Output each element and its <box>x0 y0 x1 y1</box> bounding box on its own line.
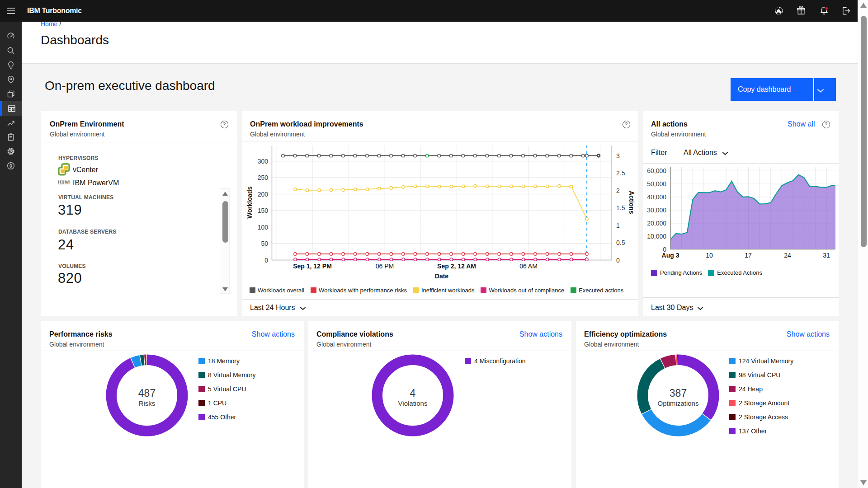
svg-text:Sep 2, 12 AM: Sep 2, 12 AM <box>437 263 476 270</box>
svg-text:250: 250 <box>258 174 269 181</box>
svg-text:50,000: 50,000 <box>647 180 666 188</box>
svg-text:40,000: 40,000 <box>647 193 666 201</box>
svg-text:0.5: 0.5 <box>616 239 625 246</box>
svg-text:2.5: 2.5 <box>616 169 625 177</box>
svg-text:10,000: 10,000 <box>647 233 666 240</box>
svg-text:30,000: 30,000 <box>647 206 666 214</box>
svg-text:IBM: IBM <box>58 179 70 185</box>
svg-text:06 AM: 06 AM <box>519 263 538 270</box>
svg-text:3: 3 <box>616 152 620 160</box>
svg-text:06 PM: 06 PM <box>376 263 394 270</box>
svg-text:20,000: 20,000 <box>647 220 666 227</box>
svg-text:24: 24 <box>784 252 791 259</box>
svg-text:0: 0 <box>616 257 620 264</box>
svg-text:Workloads: Workloads <box>246 186 253 219</box>
svg-text:Aug 3: Aug 3 <box>662 252 679 259</box>
svg-text:Date: Date <box>435 272 449 280</box>
svg-text:50: 50 <box>261 240 268 247</box>
svg-text:1: 1 <box>616 222 620 229</box>
svg-text:60,000: 60,000 <box>647 167 666 174</box>
svg-text:Actions: Actions <box>628 191 635 214</box>
svg-text:31: 31 <box>823 252 830 259</box>
svg-text:100: 100 <box>258 224 269 231</box>
svg-text:150: 150 <box>258 207 269 214</box>
svg-text:300: 300 <box>258 158 269 165</box>
svg-text:Sep 1, 12 PM: Sep 1, 12 PM <box>293 263 332 270</box>
svg-text:10: 10 <box>706 252 713 259</box>
svg-text:0: 0 <box>264 257 268 264</box>
svg-text:2: 2 <box>616 187 620 194</box>
svg-text:17: 17 <box>745 252 752 259</box>
svg-text:1.5: 1.5 <box>616 204 625 211</box>
svg-text:200: 200 <box>258 191 269 198</box>
